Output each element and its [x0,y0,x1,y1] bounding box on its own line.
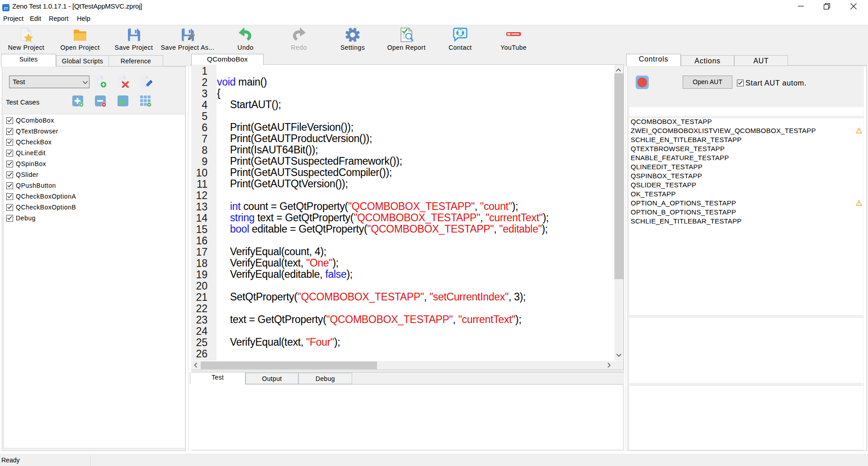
svg-text:ZT: ZT [4,6,8,10]
